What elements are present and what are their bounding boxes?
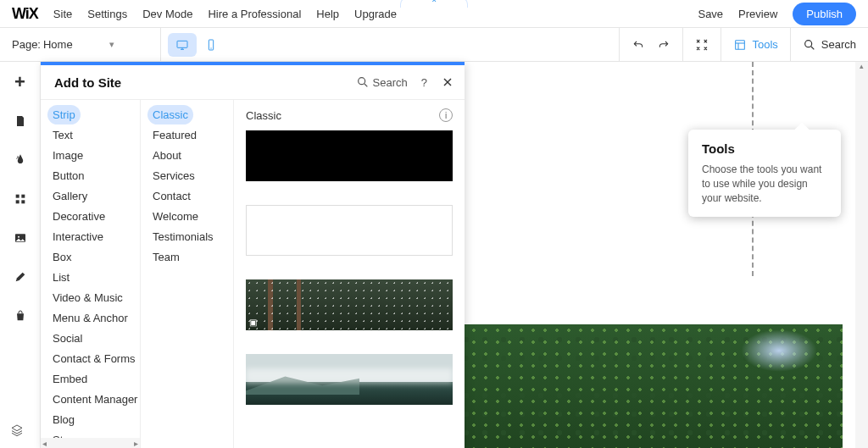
editor-toolbar: Page: Home ▾ xyxy=(0,28,868,62)
close-icon xyxy=(441,75,454,89)
chevron-down-icon: ▾ xyxy=(109,39,114,50)
preset-list: Classic i ▣ xyxy=(234,100,465,448)
save-button[interactable]: Save xyxy=(698,8,723,20)
category-item-strip[interactable]: Strip xyxy=(47,105,81,124)
mobile-view-button[interactable] xyxy=(197,33,225,57)
tools-button[interactable]: Tools xyxy=(733,38,777,52)
editor-search-button[interactable]: Search xyxy=(803,38,856,52)
preset-strip-white[interactable] xyxy=(246,205,453,256)
panel-close-button[interactable] xyxy=(441,75,454,89)
category-item-text[interactable]: Text xyxy=(47,125,133,145)
search-icon xyxy=(803,38,816,52)
zoom-out-button[interactable] xyxy=(695,38,709,52)
tooltip-body: Choose the tools you want to use while y… xyxy=(702,163,827,205)
category-item-interactive[interactable]: Interactive xyxy=(47,227,133,246)
menu-help[interactable]: Help xyxy=(316,8,339,20)
category-item-decorative[interactable]: Decorative xyxy=(47,207,133,226)
collapse-icon xyxy=(695,38,709,52)
subcat-item-welcome[interactable]: Welcome xyxy=(147,207,226,226)
subcat-item-featured[interactable]: Featured xyxy=(147,125,226,145)
add-panel-body: Strip Text Image Button Gallery Decorati… xyxy=(41,99,465,448)
apps-button[interactable] xyxy=(10,189,31,209)
category-item-gallery[interactable]: Gallery xyxy=(47,186,133,206)
desktop-view-button[interactable] xyxy=(168,33,197,57)
panel-help-button[interactable]: ? xyxy=(421,76,427,89)
logo: WiX xyxy=(12,5,38,23)
category-item-image[interactable]: Image xyxy=(47,146,133,165)
svg-line-18 xyxy=(364,84,367,86)
preset-list-title: Classic xyxy=(246,109,281,122)
svg-rect-12 xyxy=(21,195,25,198)
tools-label: Tools xyxy=(752,38,777,51)
preset-strip-forest[interactable]: ▣ xyxy=(246,279,453,330)
preview-button[interactable]: Preview xyxy=(738,8,777,20)
category-item-list[interactable]: List xyxy=(47,268,133,287)
svg-point-17 xyxy=(358,78,364,85)
paint-icon: A xyxy=(14,153,27,167)
add-panel: Add to Site Search ? Strip Text Image Bu… xyxy=(41,62,465,448)
top-menu-left: WiX Site Settings Dev Mode Hire a Profes… xyxy=(12,5,397,23)
layers-icon xyxy=(10,423,24,437)
subcat-item-contact[interactable]: Contact xyxy=(147,186,226,206)
category-list[interactable]: Strip Text Image Button Gallery Decorati… xyxy=(41,100,141,448)
subcat-item-services[interactable]: Services xyxy=(147,166,226,185)
bag-icon xyxy=(14,309,27,323)
design-button[interactable]: A xyxy=(10,150,31,170)
menu-settings[interactable]: Settings xyxy=(87,8,127,20)
canvas-scrollbar[interactable]: ▴ xyxy=(855,62,868,448)
menu-hire[interactable]: Hire a Professional xyxy=(208,8,301,20)
category-item-social[interactable]: Social xyxy=(47,329,133,348)
subcategory-list: Classic Featured About Services Contact … xyxy=(141,100,234,448)
redo-button[interactable] xyxy=(657,38,670,52)
undo-button[interactable] xyxy=(632,38,645,52)
svg-rect-11 xyxy=(15,195,19,198)
left-sidebar: + A xyxy=(0,62,41,448)
preset-strip-black[interactable] xyxy=(246,130,453,181)
editor-search-label: Search xyxy=(821,38,856,51)
category-item-menu[interactable]: Menu & Anchor xyxy=(47,308,133,328)
subcat-item-testimonials[interactable]: Testimonials xyxy=(147,227,226,246)
subcat-item-about[interactable]: About xyxy=(147,146,226,165)
page-name: Home xyxy=(43,38,73,51)
grid-icon xyxy=(14,192,27,206)
search-icon xyxy=(356,75,370,89)
category-item-video[interactable]: Video & Music xyxy=(47,288,133,307)
subcat-item-classic[interactable]: Classic xyxy=(147,105,193,124)
preset-strip-mountains[interactable] xyxy=(246,354,453,405)
page-icon xyxy=(14,114,27,128)
add-panel-header: Add to Site Search ? xyxy=(41,65,465,99)
pages-button[interactable] xyxy=(10,111,31,131)
menu-devmode[interactable]: Dev Mode xyxy=(142,8,192,20)
category-item-button[interactable]: Button xyxy=(47,166,133,185)
menu-upgrade[interactable]: Upgrade xyxy=(354,8,397,20)
publish-button[interactable]: Publish xyxy=(793,3,856,25)
category-item-box[interactable]: Box xyxy=(47,247,133,267)
category-item-content[interactable]: Content Manager xyxy=(47,390,133,409)
svg-rect-0 xyxy=(177,41,187,47)
blog-button[interactable] xyxy=(10,267,31,287)
top-menu-right: Save Preview Publish xyxy=(698,3,856,25)
panel-search-button[interactable]: Search xyxy=(356,75,408,89)
svg-point-8 xyxy=(804,40,811,47)
desktop-icon xyxy=(175,38,189,52)
redo-icon xyxy=(657,38,670,52)
image-icon xyxy=(14,231,27,245)
top-handle[interactable]: ⌃ xyxy=(400,0,468,8)
category-item-contact[interactable]: Contact & Forms xyxy=(47,349,133,368)
add-button[interactable]: + xyxy=(10,72,31,92)
h-scrollbar[interactable]: ◂▸ xyxy=(41,438,140,448)
subcat-item-team[interactable]: Team xyxy=(147,247,226,267)
page-label: Page: xyxy=(12,38,41,51)
layers-button[interactable] xyxy=(10,423,24,440)
panel-search-label: Search xyxy=(373,76,408,89)
media-button[interactable] xyxy=(10,228,31,248)
info-icon[interactable]: i xyxy=(439,108,453,122)
page-selector[interactable]: Page: Home ▾ xyxy=(0,28,161,61)
svg-text:A: A xyxy=(16,155,19,160)
svg-rect-13 xyxy=(15,200,19,203)
pen-icon xyxy=(14,270,27,284)
menu-site[interactable]: Site xyxy=(53,8,72,20)
category-item-embed[interactable]: Embed xyxy=(47,369,133,389)
category-item-blog[interactable]: Blog xyxy=(47,410,133,429)
store-button[interactable] xyxy=(10,306,31,326)
